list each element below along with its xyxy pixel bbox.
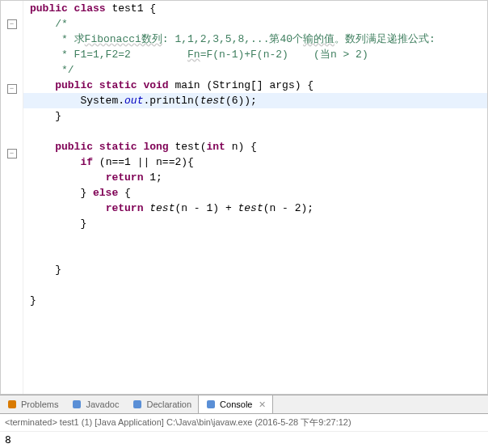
code-token: public class — [30, 2, 106, 15]
code-token: * 求 — [30, 33, 85, 45]
code-token: */ — [30, 64, 74, 76]
code-line[interactable]: } — [30, 293, 487, 308]
code-line[interactable]: */ — [30, 62, 487, 78]
code-line[interactable]: } — [30, 216, 487, 231]
code-line[interactable] — [30, 124, 487, 139]
gutter-slot — [1, 50, 23, 66]
code-line[interactable] — [30, 247, 487, 262]
fold-collapse-icon[interactable]: − — [7, 19, 17, 29]
code-token: int — [206, 141, 225, 153]
tab-javadoc[interactable]: Javadoc — [65, 395, 125, 413]
code-token: n) { — [225, 141, 257, 153]
code-token: test( — [169, 141, 207, 153]
code-line[interactable]: public static void main (String[] args) … — [30, 78, 487, 93]
tab-console[interactable]: Console✕ — [198, 395, 273, 413]
code-token: out — [124, 95, 143, 107]
code-token: } — [30, 218, 86, 230]
bottom-tabs-bar: ProblemsJavadocDeclarationConsole✕ — [0, 395, 488, 414]
gutter-slot — [1, 1, 23, 16]
svg-rect-2 — [133, 400, 141, 408]
code-token: test — [149, 202, 175, 214]
code-token: if — [80, 156, 93, 168]
gutter-slot — [1, 226, 23, 241]
code-token: } — [30, 264, 61, 276]
code-token: (n==1 || n==2){ — [93, 156, 194, 168]
code-line[interactable]: return 1; — [30, 170, 487, 185]
console-output: 8 — [0, 432, 488, 448]
svg-rect-0 — [8, 400, 16, 408]
problems-icon — [6, 399, 18, 410]
gutter-slot — [1, 130, 23, 146]
code-editor[interactable]: −−− public class test1 { /* * 求Fibonacci… — [0, 0, 488, 395]
code-token: main (String[] args) { — [169, 79, 313, 91]
gutter-slot — [1, 302, 23, 318]
gutter-slot — [1, 115, 23, 130]
gutter-slot: − — [1, 84, 23, 99]
code-token: System. — [30, 95, 124, 107]
gutter-slot — [1, 195, 23, 210]
close-icon[interactable]: ✕ — [259, 399, 266, 410]
gutter-slot: − — [1, 19, 23, 35]
code-token: 。数列满足递推公式: — [334, 33, 435, 45]
console-icon — [205, 399, 217, 410]
gutter-slot — [1, 180, 23, 195]
console-status: <terminated> test1 (1) [Java Application… — [0, 414, 488, 432]
code-token: else — [93, 187, 118, 199]
code-line[interactable]: /* — [30, 16, 487, 32]
code-token — [30, 156, 80, 168]
code-token: =F(n-1)+F(n-2) (当n > 2) — [200, 49, 368, 61]
code-content[interactable]: public class test1 { /* * 求Fibonacci数列: … — [23, 1, 487, 394]
tab-problems[interactable]: Problems — [0, 395, 65, 413]
code-token: 1; — [143, 171, 162, 184]
svg-rect-1 — [73, 400, 81, 408]
tab-label: Javadoc — [86, 399, 119, 409]
gutter-slot — [1, 272, 23, 287]
code-line[interactable]: if (n==1 || n==2){ — [30, 154, 487, 170]
code-token: test — [200, 95, 225, 107]
code-token — [30, 202, 106, 214]
code-token: test — [238, 202, 263, 214]
code-line[interactable] — [30, 231, 487, 247]
code-line[interactable]: * F1=1,F2=2 Fn=F(n-1)+F(n-2) (当n > 2) — [30, 47, 487, 62]
code-token: * F1=1,F2=2 — [30, 49, 187, 61]
code-line[interactable]: public static long test(int n) { — [30, 139, 487, 154]
code-line[interactable]: } — [30, 108, 487, 124]
code-token: return — [106, 171, 144, 184]
code-token — [30, 79, 55, 91]
code-token — [30, 171, 106, 184]
code-token: /* — [30, 18, 68, 30]
code-token: : 1,1,2,3,5,8,...第40个 — [162, 33, 303, 45]
code-token: public static long — [55, 141, 168, 153]
code-token: .println( — [143, 95, 200, 107]
javadoc-icon — [71, 399, 82, 410]
code-token: public static void — [55, 79, 168, 91]
gutter-slot — [1, 287, 23, 302]
code-token: } — [30, 294, 36, 306]
code-token: (6)); — [225, 95, 257, 107]
fold-collapse-icon[interactable]: − — [7, 149, 17, 158]
tab-declaration[interactable]: Declaration — [125, 395, 198, 413]
code-line[interactable]: public class test1 { — [30, 1, 487, 16]
declaration-icon — [132, 399, 143, 410]
code-line[interactable] — [30, 277, 487, 293]
code-token: Fn — [187, 49, 200, 61]
fold-collapse-icon[interactable]: − — [7, 84, 17, 94]
code-token: test1 { — [106, 2, 156, 15]
code-token: Fibonacci数列 — [85, 33, 162, 45]
fold-gutter: −−− — [1, 1, 23, 394]
code-token — [30, 141, 55, 153]
code-line[interactable]: return test(n - 1) + test(n - 2); — [30, 201, 487, 216]
tab-label: Problems — [21, 399, 58, 409]
code-line[interactable]: } else { — [30, 185, 487, 201]
code-token: 输的值 — [303, 33, 334, 45]
code-line[interactable]: * 求Fibonacci数列: 1,1,2,3,5,8,...第40个输的值。数… — [30, 32, 487, 47]
gutter-slot — [1, 35, 23, 50]
tab-label: Declaration — [146, 399, 191, 409]
tab-label: Console — [220, 399, 252, 409]
code-token: } — [30, 187, 93, 199]
code-token: return — [106, 202, 144, 214]
gutter-slot — [1, 66, 23, 81]
code-line[interactable]: } — [30, 262, 487, 277]
gutter-slot — [1, 241, 23, 256]
gutter-slot — [1, 210, 23, 226]
